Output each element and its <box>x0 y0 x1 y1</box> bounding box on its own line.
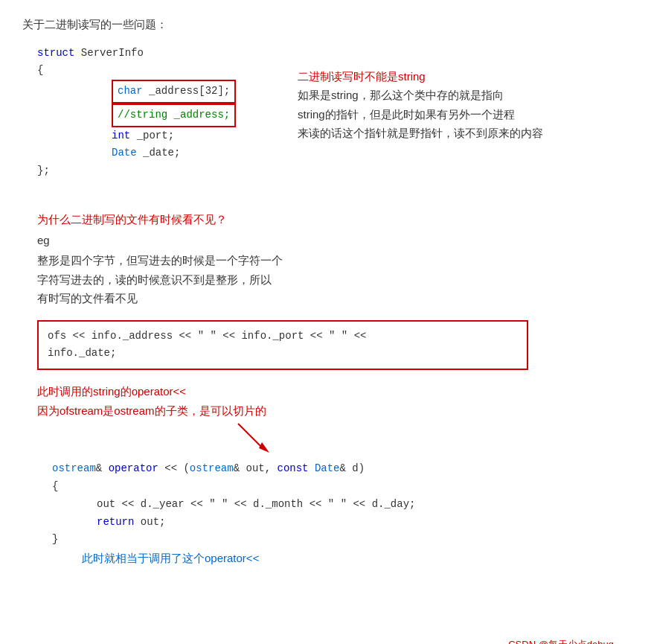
operator-return-line: return out; <box>52 514 629 532</box>
code-box: ofs << info._address << " " << info._por… <box>37 320 528 371</box>
type-date: Date <box>112 147 137 159</box>
page-wrapper: 关于二进制读写的一些问题： struct ServerInfo { char _… <box>22 15 629 644</box>
code-box-line1: ofs << info._address << " " << info._por… <box>48 328 518 345</box>
explanation-line1: 整形是四个字节，但写进去的时候是一个字符一个 <box>37 251 629 270</box>
credit-text: CSDN @每天少点debug <box>508 639 614 644</box>
credit-block: CSDN @每天少点debug <box>508 638 614 644</box>
keyword-int: int <box>112 130 130 141</box>
note1-block: 此时调用的string的operator<< 因为ofstream是ostrea… <box>22 382 629 420</box>
arrow-svg <box>231 420 290 457</box>
struct-line: struct ServerInfo { char _address[32]; /… <box>37 45 629 181</box>
operator-brace-open: { <box>52 478 629 496</box>
operator-out-line: out << d._year << " " << d._month << " "… <box>52 496 629 514</box>
annotation-line1: 二进制读写时不能是string <box>298 67 629 86</box>
explanation-line3: 有时写的文件看不见 <box>37 289 629 308</box>
annotation-block: 二进制读写时不能是string 如果是string，那么这个类中存的就是指向 s… <box>275 67 629 143</box>
arrow-container <box>231 420 629 457</box>
code-box-line2: info._date; <box>48 345 518 363</box>
eg-label: eg <box>22 231 629 252</box>
page-title: 关于二进制读写的一些问题： <box>22 15 629 36</box>
explanation-line2: 字符写进去的，读的时候意识不到是整形，所以 <box>37 270 629 290</box>
operator-note: 此时就相当于调用了这个operator<< <box>52 549 629 569</box>
question-block: 为什么二进制写的文件有时候看不见？ <box>22 210 629 231</box>
operator-brace-close: } <box>52 531 629 549</box>
char-line-boxed: char _address[32]; <box>112 80 236 103</box>
keyword-struct: struct <box>37 47 74 59</box>
explanation-block: 整形是四个字节，但写进去的时候是一个字符一个 字符写进去的，读的时候意识不到是整… <box>22 251 629 308</box>
svg-marker-1 <box>259 442 269 453</box>
note1-text: 此时调用的string的operator<< <box>37 382 629 401</box>
annotation-line2: 如果是string，那么这个类中存的就是指向 <box>298 86 629 105</box>
annotation-line3: string的指针，但是此时如果有另外一个进程 <box>298 105 629 124</box>
operator-block: ostream& operator << (ostream& out, cons… <box>22 460 629 569</box>
comment-line-boxed: //string _address; <box>112 103 236 127</box>
annotation-line4: 来读的话这个指针就是野指针，读不到原来的内容 <box>298 124 629 143</box>
operator-line1: ostream& operator << (ostream& out, cons… <box>52 460 629 478</box>
note2-text: 因为ofstream是ostream的子类，是可以切片的 <box>37 401 629 421</box>
question-text: 为什么二进制写的文件有时候看不见？ <box>37 213 227 226</box>
struct-block: struct ServerInfo { char _address[32]; /… <box>22 45 629 181</box>
